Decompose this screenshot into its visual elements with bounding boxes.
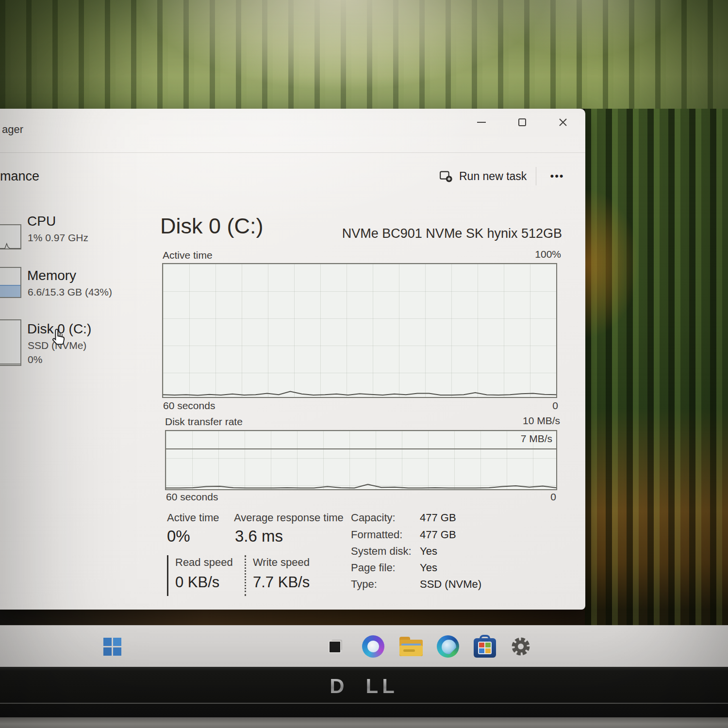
sidebar-item-disk[interactable] bbox=[0, 319, 21, 366]
sidebar-item-memory[interactable] bbox=[0, 267, 21, 298]
microsoft-store-icon bbox=[474, 638, 496, 658]
dell-logo: DELL bbox=[0, 675, 728, 698]
wallpaper-path-strip bbox=[0, 610, 585, 625]
bezel-ridge bbox=[0, 703, 728, 704]
windows-logo-icon bbox=[103, 638, 121, 656]
maximize-icon bbox=[518, 118, 526, 126]
active-time-chart-max: 100% bbox=[535, 248, 561, 260]
more-options-button[interactable]: ••• bbox=[543, 166, 572, 186]
cpu-mini-chart bbox=[0, 239, 20, 249]
edge-icon bbox=[437, 635, 459, 658]
run-new-task-label: Run new task bbox=[459, 170, 527, 183]
sidebar-memory-label[interactable]: Memory bbox=[27, 268, 76, 283]
active-time-x-left: 60 seconds bbox=[163, 400, 215, 412]
type-value: SSD (NVMe) bbox=[420, 578, 481, 591]
sidebar-disk-label[interactable]: Disk 0 (C:) bbox=[27, 321, 91, 337]
read-speed-value: 0 KB/s bbox=[175, 574, 240, 591]
gear-icon bbox=[510, 635, 532, 658]
task-view-button[interactable] bbox=[323, 634, 347, 659]
close-icon bbox=[558, 117, 568, 127]
file-explorer-icon bbox=[399, 637, 423, 656]
type-label: Type: bbox=[351, 578, 377, 591]
transfer-rate-x-left: 60 seconds bbox=[166, 491, 218, 503]
start-button[interactable] bbox=[100, 634, 124, 659]
transfer-rate-x-right: 0 bbox=[550, 491, 556, 503]
page-file-label: Page file: bbox=[351, 562, 396, 574]
formatted-value: 477 GB bbox=[420, 529, 456, 541]
read-speed-group: Read speed 0 KB/s bbox=[167, 555, 240, 596]
disk-model-name: NVMe BC901 NVMe SK hynix 512GB bbox=[342, 226, 562, 241]
capacity-label: Capacity: bbox=[351, 512, 396, 524]
sidebar-disk-detail: SSD (NVMe) bbox=[28, 340, 86, 351]
sidebar-disk-percent: 0% bbox=[28, 354, 42, 365]
memory-usage-fill bbox=[0, 285, 20, 297]
settings-button[interactable] bbox=[509, 634, 533, 659]
copilot-icon bbox=[362, 635, 384, 658]
write-speed-label: Write speed bbox=[253, 556, 327, 569]
active-time-chart-label: Active time bbox=[163, 249, 213, 261]
capacity-value: 477 GB bbox=[420, 512, 456, 524]
transfer-rate-chart-label: Disk transfer rate bbox=[165, 416, 243, 428]
run-new-task-button[interactable]: Run new task bbox=[435, 165, 530, 187]
formatted-label: Formatted: bbox=[351, 529, 402, 541]
wallpaper-bamboo-top bbox=[0, 0, 728, 109]
window-title-partial: ager bbox=[2, 123, 23, 136]
active-time-stat-value: 0% bbox=[167, 527, 190, 546]
sidebar-memory-detail: 6.6/15.3 GB (43%) bbox=[28, 286, 112, 298]
transfer-rate-chart-max: 10 MB/s bbox=[523, 415, 560, 427]
active-time-series bbox=[163, 264, 556, 397]
minimize-button[interactable] bbox=[469, 112, 494, 133]
page-file-value: Yes bbox=[420, 562, 437, 574]
task-manager-window: ager mance Run new task ••• bbox=[0, 109, 585, 610]
taskbar: Search bbox=[0, 625, 728, 667]
sidebar-item-cpu[interactable] bbox=[0, 224, 21, 249]
avg-response-stat-label: Average response time bbox=[234, 512, 344, 524]
copilot-button[interactable] bbox=[361, 634, 385, 659]
system-disk-label: System disk: bbox=[351, 545, 412, 558]
laptop-base bbox=[0, 717, 728, 728]
sidebar-cpu-detail: 1% 0.97 GHz bbox=[28, 232, 88, 244]
sidebar-cpu-label[interactable]: CPU bbox=[27, 214, 56, 229]
edge-browser-button[interactable] bbox=[436, 634, 460, 659]
toolbar-separator bbox=[536, 167, 536, 185]
system-disk-value: Yes bbox=[420, 545, 437, 558]
transfer-rate-series bbox=[166, 431, 556, 489]
microsoft-store-button[interactable] bbox=[473, 634, 497, 659]
active-time-x-right: 0 bbox=[552, 400, 558, 412]
disk-mini-chart bbox=[0, 364, 20, 364]
wallpaper-bamboo-right bbox=[585, 109, 728, 625]
run-new-task-icon bbox=[439, 169, 453, 183]
laptop-photo: ager mance Run new task ••• bbox=[0, 0, 728, 728]
maximize-button[interactable] bbox=[510, 112, 535, 133]
transfer-rate-chart: 7 MB/s bbox=[165, 430, 557, 490]
laptop-bezel: DELL bbox=[0, 667, 728, 717]
active-time-chart bbox=[162, 263, 557, 398]
active-time-stat-label: Active time bbox=[167, 512, 219, 524]
close-button[interactable] bbox=[550, 112, 576, 133]
minimize-icon bbox=[477, 122, 486, 123]
write-speed-value: 7.7 KB/s bbox=[253, 574, 327, 591]
page-title-performance-partial: mance bbox=[0, 169, 39, 184]
avg-response-stat-value: 3.6 ms bbox=[235, 527, 283, 546]
disk-page-title: Disk 0 (C:) bbox=[160, 214, 264, 239]
titlebar-separator bbox=[0, 152, 585, 153]
write-speed-group: Write speed 7.7 KB/s bbox=[245, 555, 327, 596]
task-view-icon bbox=[326, 637, 345, 656]
read-speed-label: Read speed bbox=[175, 556, 240, 569]
file-explorer-button[interactable] bbox=[399, 634, 423, 659]
